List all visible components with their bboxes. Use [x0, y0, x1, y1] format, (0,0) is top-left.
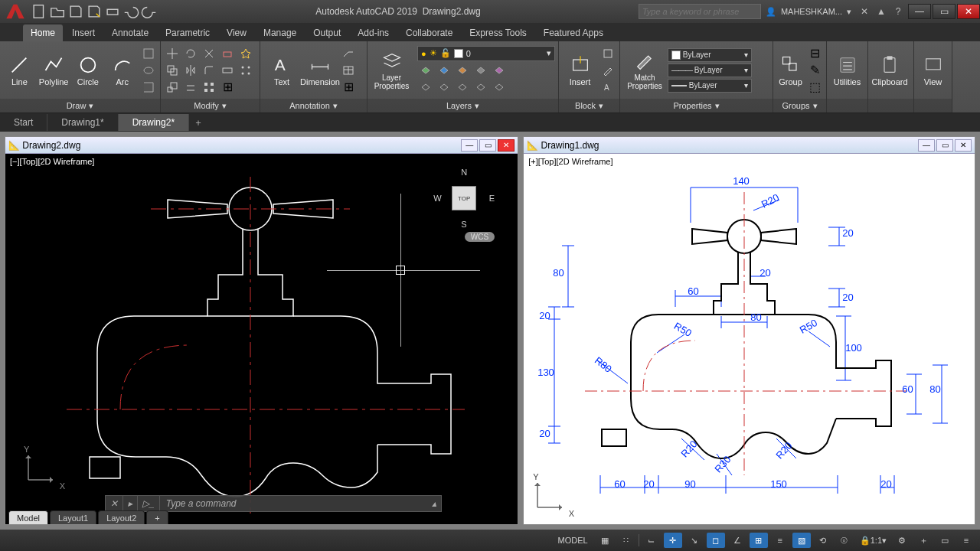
minimize-button[interactable]: — [908, 4, 931, 19]
status-grid-icon[interactable]: ▦ [596, 533, 614, 548]
help-search-input[interactable] [639, 4, 761, 19]
erase-icon[interactable] [219, 46, 236, 61]
color-dropdown[interactable]: ByLayer▾ [668, 48, 752, 62]
status-clean-icon[interactable]: ▭ [936, 533, 954, 548]
panel-annotation-title[interactable]: Annotation ▾ [260, 99, 367, 112]
cmd-recent-icon[interactable]: ▸ [123, 496, 138, 511]
linetype-dropdown[interactable]: ——— ByLayer▾ [668, 64, 752, 77]
docwin-left-titlebar[interactable]: 📐 Drawing2.dwg — ▭ ✕ [5, 137, 518, 154]
status-gear-icon[interactable]: ⚙ [893, 533, 911, 548]
layer-current-dropdown[interactable]: ● ☀ 🔓 0 ▾ [417, 46, 555, 61]
layer-state-icon[interactable] [491, 80, 508, 95]
status-transparency-icon[interactable]: ▧ [792, 533, 811, 548]
fillet-icon[interactable] [201, 63, 217, 78]
ribbon-tab-collaborate[interactable]: Collaborate [398, 24, 460, 41]
status-dyn-icon[interactable]: ⊞ [750, 533, 768, 548]
panel-properties-title[interactable]: Properties ▾ [620, 99, 773, 112]
qat-open-icon[interactable] [49, 3, 66, 20]
docwin-left-max[interactable]: ▭ [479, 139, 496, 152]
doc-tab-start[interactable]: Start [0, 114, 47, 131]
table-icon[interactable] [340, 63, 357, 78]
block-edit-icon[interactable] [599, 63, 616, 78]
explode-icon[interactable] [237, 46, 254, 61]
user-menu[interactable]: 👤 MAHESHKAM... ▾ [761, 7, 856, 17]
canvas-right[interactable]: [+][Top][2D Wireframe] [524, 154, 975, 524]
array-icon[interactable] [237, 63, 254, 78]
dimension-button[interactable]: Dimension [302, 45, 338, 96]
ribbon-tab-parametric[interactable]: Parametric [158, 24, 217, 41]
status-scale[interactable]: 🔒 1:1 ▾ [857, 533, 890, 548]
qat-save-icon[interactable] [67, 3, 84, 20]
status-annoscale-icon[interactable]: ⦾ [835, 533, 854, 548]
clipboard-button[interactable]: Clipboard [871, 45, 908, 96]
docwin-right-titlebar[interactable]: 📐 Drawing1.dwg — ▭ ✕ [524, 137, 975, 154]
cmd-input[interactable]: Type a command [160, 498, 243, 509]
doc-tab-drawing2[interactable]: Drawing2* [119, 114, 189, 131]
ungroup-icon[interactable]: ⊟ [806, 46, 823, 61]
text-button[interactable]: AText [263, 45, 300, 96]
layer-properties-button[interactable]: Layer Properties [371, 45, 413, 96]
layer-iso-icon[interactable] [417, 80, 434, 95]
stretch-icon[interactable] [219, 63, 236, 78]
layout-tab-layout1[interactable]: Layout1 [50, 510, 96, 524]
trim-icon[interactable] [201, 46, 217, 61]
ribbon-tab-view[interactable]: View [219, 24, 254, 41]
ribbon-tab-expresstools[interactable]: Express Tools [462, 24, 534, 41]
panel-layers-title[interactable]: Layers ▾ [368, 99, 558, 112]
draw-more-1-icon[interactable] [140, 46, 157, 61]
ribbon-tab-annotate[interactable]: Annotate [104, 24, 156, 41]
layer-merge-icon[interactable] [454, 80, 471, 95]
group-button[interactable]: Group [776, 45, 805, 96]
layout-tab-add[interactable]: + [146, 510, 168, 524]
canvas-left[interactable]: [−][Top][2D Wireframe] N S E W TOP WCS [5, 154, 518, 524]
utilities-button[interactable]: Utilities [830, 45, 864, 96]
rotate-icon[interactable] [182, 46, 199, 61]
status-custom-icon[interactable]: ≡ [957, 533, 975, 548]
arrayrect-icon[interactable] [201, 80, 217, 95]
mirror-icon[interactable] [182, 63, 199, 78]
ribbon-tab-insert[interactable]: Insert [64, 24, 103, 41]
layer-delete-icon[interactable] [472, 80, 489, 95]
draw-more-2-icon[interactable] [140, 63, 157, 78]
help-icon[interactable]: ? [890, 3, 906, 20]
doc-tab-add-button[interactable]: ＋ [189, 116, 207, 129]
group-select-icon[interactable]: ⬚ [806, 80, 823, 95]
maximize-button[interactable]: ▭ [933, 4, 956, 19]
layer-freeze-icon[interactable] [436, 63, 452, 78]
close-button[interactable]: ✕ [957, 4, 980, 19]
docwin-right-max[interactable]: ▭ [936, 139, 953, 152]
arc-button[interactable]: Arc [106, 45, 139, 96]
status-otrack-icon[interactable]: ∠ [728, 533, 746, 548]
circle-button[interactable]: Circle [72, 45, 105, 96]
ribbon-tab-featuredapps[interactable]: Featured Apps [536, 24, 611, 41]
app-logo[interactable] [5, 1, 26, 22]
status-polar-icon[interactable]: ✛ [664, 533, 682, 548]
qat-undo-icon[interactable] [122, 3, 139, 20]
draw-more-3-icon[interactable] [140, 80, 157, 95]
qat-redo-icon[interactable] [141, 3, 158, 20]
layer-match-icon[interactable] [472, 63, 489, 78]
ribbon-tab-output[interactable]: Output [305, 24, 348, 41]
exchange-icon[interactable]: ✕ [856, 3, 873, 20]
docwin-right-close[interactable]: ✕ [955, 139, 972, 152]
ribbon-tab-home[interactable]: Home [23, 24, 63, 41]
panel-modify-title[interactable]: Modify ▾ [161, 99, 260, 112]
layer-uniso-icon[interactable] [436, 80, 452, 95]
ribbon-tab-manage[interactable]: Manage [256, 24, 304, 41]
status-plus-icon[interactable]: ＋ [914, 533, 933, 548]
layer-prev-icon[interactable] [491, 63, 508, 78]
polyline-button[interactable]: Polyline [38, 45, 70, 96]
status-ortho-icon[interactable]: ⌙ [642, 533, 661, 548]
match-properties-button[interactable]: Match Properties [623, 45, 666, 96]
ribbon-tab-addins[interactable]: Add-ins [350, 24, 397, 41]
layer-lock-icon[interactable] [454, 63, 471, 78]
qat-saveas-icon[interactable] [86, 3, 103, 20]
status-osnap-icon[interactable]: ◻ [707, 533, 725, 548]
docwin-left-close[interactable]: ✕ [498, 139, 514, 152]
copy-icon[interactable] [164, 63, 181, 78]
modify-more-icon[interactable]: ⊞ [219, 80, 236, 95]
annot-more-icon[interactable]: ⊞ [340, 80, 357, 95]
docwin-left-min[interactable]: — [461, 139, 478, 152]
panel-block-title[interactable]: Block ▾ [559, 99, 619, 112]
lineweight-dropdown[interactable]: ByLayer▾ [668, 79, 752, 93]
